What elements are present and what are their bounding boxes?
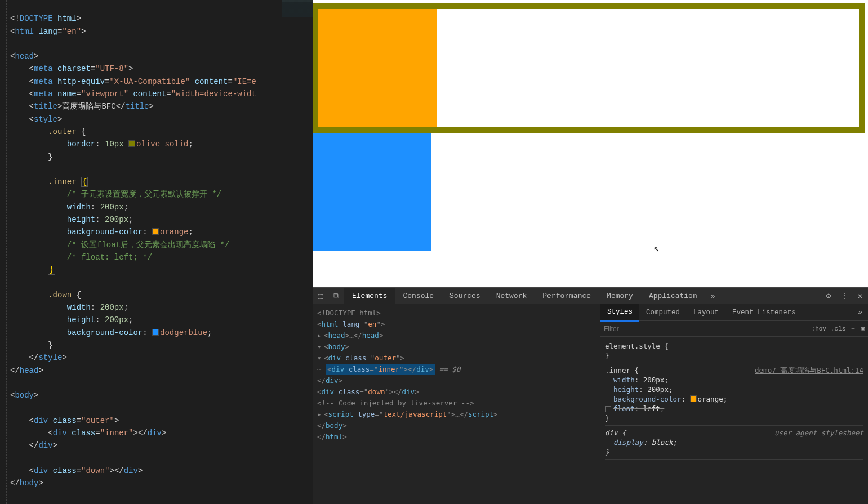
css-rules[interactable]: element.style { } demo7-高度塌陷与BFC.html:14… (600, 337, 868, 504)
kebab-menu-icon[interactable]: ⋮ (836, 291, 852, 301)
subtab-computed[interactable]: Computed (639, 304, 687, 321)
inspect-element-icon[interactable]: ⬚ (313, 291, 328, 301)
cls-button[interactable]: .cls (831, 325, 845, 332)
dom-tree[interactable]: <!DOCTYPE html> <html lang="en"> ▸<head>… (313, 304, 600, 504)
browser-preview: ↖ (313, 0, 868, 287)
toggle-pane-icon[interactable]: ▣ (861, 325, 865, 332)
tab-network[interactable]: Network (488, 288, 535, 305)
styles-filter-row: :hov .cls ＋ ▣ (600, 321, 868, 337)
subtab-layout[interactable]: Layout (687, 304, 725, 321)
color-swatch-orange-dt[interactable] (690, 395, 697, 402)
tab-performance[interactable]: Performance (535, 288, 599, 305)
hov-button[interactable]: :hov (812, 325, 826, 332)
tab-application[interactable]: Application (641, 288, 705, 305)
subtab-event-listeners[interactable]: Event Listeners (725, 304, 803, 321)
preview-outer-div (313, 3, 865, 133)
tabs-overflow-icon[interactable]: » (705, 292, 721, 301)
code-area[interactable]: <!DOCTYPE html> <html lang="en"> <head> … (7, 0, 313, 504)
tab-sources[interactable]: Sources (442, 288, 488, 305)
source-link[interactable]: demo7-高度塌陷与BFC.html:14 (755, 365, 863, 375)
settings-gear-icon[interactable]: ⚙ (821, 291, 836, 301)
styles-pane: Styles Computed Layout Event Listeners »… (600, 304, 868, 504)
right-pane: ↖ ⬚ ⧉ Elements Console Sources Network P… (313, 0, 868, 504)
color-swatch-olive (128, 140, 135, 147)
subtabs-overflow-icon[interactable]: » (852, 308, 868, 316)
tab-memory[interactable]: Memory (599, 288, 641, 305)
preview-inner-div (318, 9, 437, 127)
new-rule-icon[interactable]: ＋ (850, 324, 856, 333)
styles-subtabs: Styles Computed Layout Event Listeners » (600, 304, 868, 321)
devtools-panel: ⬚ ⧉ Elements Console Sources Network Per… (313, 287, 868, 504)
mouse-cursor-icon: ↖ (653, 242, 660, 255)
tab-console[interactable]: Console (395, 288, 442, 305)
color-swatch-dodgerblue (152, 329, 159, 336)
tab-elements[interactable]: Elements (344, 288, 395, 305)
property-checkbox[interactable] (605, 406, 611, 412)
close-devtools-icon[interactable]: ✕ (852, 291, 868, 301)
element-style-heading: element.style { (605, 341, 863, 351)
devtools-tabbar: ⬚ ⧉ Elements Console Sources Network Per… (313, 287, 868, 304)
user-agent-label: user agent stylesheet (774, 428, 863, 438)
styles-filter-input[interactable] (604, 325, 807, 333)
editor-minimap[interactable] (282, 0, 313, 113)
editor-gutter (0, 0, 7, 504)
color-swatch-orange (152, 228, 159, 235)
code-editor-pane: <!DOCTYPE html> <html lang="en"> <head> … (0, 0, 313, 504)
subtab-styles[interactable]: Styles (600, 304, 639, 322)
preview-down-div (313, 133, 431, 251)
device-toolbar-icon[interactable]: ⧉ (328, 292, 344, 301)
